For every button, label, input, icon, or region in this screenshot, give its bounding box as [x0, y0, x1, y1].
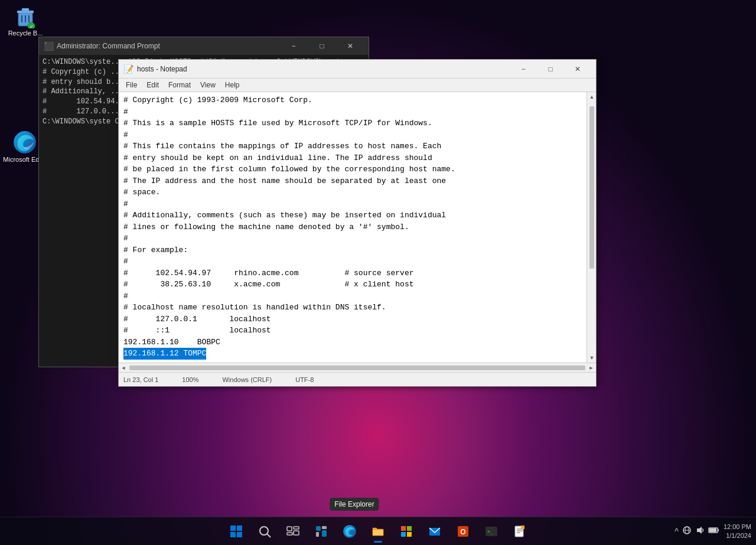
notepad-status-lineending: Windows (CRLF): [222, 376, 272, 383]
svg-rect-43: [709, 528, 716, 532]
edge-icon-image: [12, 130, 37, 155]
svg-text:✓: ✓: [30, 24, 34, 28]
svg-rect-17: [287, 533, 292, 535]
notepad-menu-format[interactable]: Format: [164, 80, 195, 90]
taskbar-notepad-button[interactable]: [507, 518, 533, 544]
start-icon: [230, 525, 243, 538]
notepad-menubar: File Edit Format View Help: [119, 79, 596, 92]
edge-taskbar-icon: [343, 524, 357, 539]
notepad-menu-file[interactable]: File: [121, 80, 142, 90]
cmd-controls: − □ ✕: [280, 37, 364, 55]
svg-rect-15: [287, 527, 292, 531]
recycle-bin-image: ✓: [14, 5, 37, 28]
taskbar-fileexplorer-button[interactable]: [365, 518, 391, 544]
taskbar-search-button[interactable]: [252, 518, 278, 544]
svg-text:>_: >_: [487, 529, 493, 534]
svg-rect-11: [230, 532, 236, 537]
office-icon: O: [457, 525, 470, 538]
taskbar: O >_ ^: [0, 517, 756, 545]
notepad-titlebar: 📝 hosts - Notepad − □ ✕: [119, 60, 596, 79]
svg-rect-12: [237, 532, 242, 537]
svg-point-13: [260, 527, 268, 535]
svg-rect-10: [237, 526, 242, 531]
taskbar-store-button[interactable]: [393, 518, 419, 544]
highlighted-text-line: 192.168.1.12 TOMPC: [123, 348, 206, 360]
tray-clock[interactable]: 12:00 PM 1/1/2024: [724, 523, 751, 540]
scroll-right-arrow[interactable]: ►: [586, 363, 596, 373]
taskbar-office-button[interactable]: O: [450, 518, 476, 544]
taskbar-mail-button[interactable]: [422, 518, 448, 544]
system-tray: ^ 12:00 PM 1/1/2024: [674, 523, 751, 540]
svg-marker-41: [697, 527, 702, 534]
notepad-menu-edit[interactable]: Edit: [142, 80, 164, 90]
notepad-text-area[interactable]: # Copyright (c) 1993-2009 Microsoft Corp…: [119, 92, 586, 363]
notepad-scrollbar-h[interactable]: ◄ ►: [119, 363, 596, 372]
cmd-minimize-button[interactable]: −: [280, 37, 307, 55]
store-icon: [400, 525, 413, 538]
recycle-bin-icon[interactable]: ✓ Recycle B...: [5, 5, 46, 37]
tray-audio-icon[interactable]: [695, 526, 705, 537]
taskbar-widgets-button[interactable]: [308, 518, 334, 544]
notepad-controls: − □ ✕: [510, 60, 591, 79]
notepad-maximize-button[interactable]: □: [537, 60, 564, 79]
terminal-icon: >_: [485, 525, 498, 538]
taskbar-taskview-button[interactable]: [280, 518, 306, 544]
scroll-up-arrow[interactable]: ▲: [587, 92, 596, 102]
taskbar-center: O >_: [223, 518, 533, 544]
svg-rect-18: [294, 531, 299, 535]
cmd-title: Administrator: Command Prompt: [57, 42, 280, 50]
cmd-line: # 127.0.0....: [43, 107, 123, 116]
svg-text:O: O: [460, 528, 465, 536]
svg-rect-37: [521, 526, 524, 529]
notepad-body: # Copyright (c) 1993-2009 Microsoft Corp…: [119, 92, 596, 363]
scroll-down-arrow[interactable]: ▼: [587, 353, 596, 363]
cmd-maximize-button[interactable]: □: [308, 37, 335, 55]
cmd-line: # 102.54.94...: [43, 97, 128, 106]
cmd-line: C:\WINDOWS\syste: [43, 118, 110, 126]
widgets-icon: [315, 525, 328, 538]
file-explorer-icon: [372, 525, 384, 538]
notepad-minimize-button[interactable]: −: [510, 60, 537, 79]
notepad-status-linecol: Ln 23, Col 1: [123, 376, 158, 383]
taskbar-start-button[interactable]: [223, 518, 249, 544]
notepad-window: 📝 hosts - Notepad − □ ✕ File Edit Format…: [118, 59, 597, 387]
notepad-taskbar-icon: [513, 525, 526, 538]
notepad-scrollbar-v[interactable]: ▲ ▼: [586, 92, 596, 363]
scroll-left-arrow[interactable]: ◄: [119, 363, 128, 373]
svg-rect-21: [316, 532, 319, 537]
cmd-icon: ⬛: [44, 41, 53, 51]
scroll-thumb-h[interactable]: [129, 365, 585, 370]
svg-rect-27: [407, 532, 412, 537]
notepad-icon: 📝: [123, 64, 133, 74]
svg-rect-44: [718, 529, 719, 531]
notepad-status-zoom: 100%: [182, 376, 198, 383]
cmd-close-button[interactable]: ✕: [337, 37, 364, 55]
tray-battery-icon[interactable]: [708, 526, 720, 537]
notepad-menu-view[interactable]: View: [195, 80, 220, 90]
recycle-bin-label: Recycle B...: [8, 30, 43, 37]
search-icon: [258, 525, 271, 538]
cmd-line: # entry should b...: [43, 78, 123, 86]
tray-network-icon[interactable]: [682, 526, 692, 537]
tray-chevron[interactable]: ^: [674, 527, 679, 536]
tray-time: 12:00 PM: [724, 523, 751, 531]
notepad-status-encoding: UTF-8: [295, 376, 314, 383]
scroll-thumb-v[interactable]: [589, 106, 594, 269]
cmd-line: # Copyright (c) ...: [43, 68, 123, 76]
taskbar-edge-button[interactable]: [337, 518, 363, 544]
notepad-menu-help[interactable]: Help: [220, 80, 245, 90]
notepad-title: hosts - Notepad: [137, 65, 510, 73]
svg-rect-16: [294, 527, 299, 529]
cmd-line: # Additionally, ...: [43, 87, 123, 96]
svg-rect-25: [407, 526, 412, 531]
mail-icon: [428, 525, 441, 538]
svg-rect-22: [322, 530, 327, 537]
notepad-statusbar: Ln 23, Col 1 100% Windows (CRLF) UTF-8: [119, 372, 596, 386]
svg-rect-9: [230, 526, 236, 531]
notepad-close-button[interactable]: ✕: [564, 60, 591, 79]
svg-rect-20: [322, 526, 327, 529]
svg-rect-2: [22, 8, 29, 11]
taskbar-terminal-button[interactable]: >_: [478, 518, 504, 544]
svg-rect-26: [401, 532, 406, 537]
cmd-titlebar: ⬛ Administrator: Command Prompt − □ ✕: [39, 37, 369, 55]
